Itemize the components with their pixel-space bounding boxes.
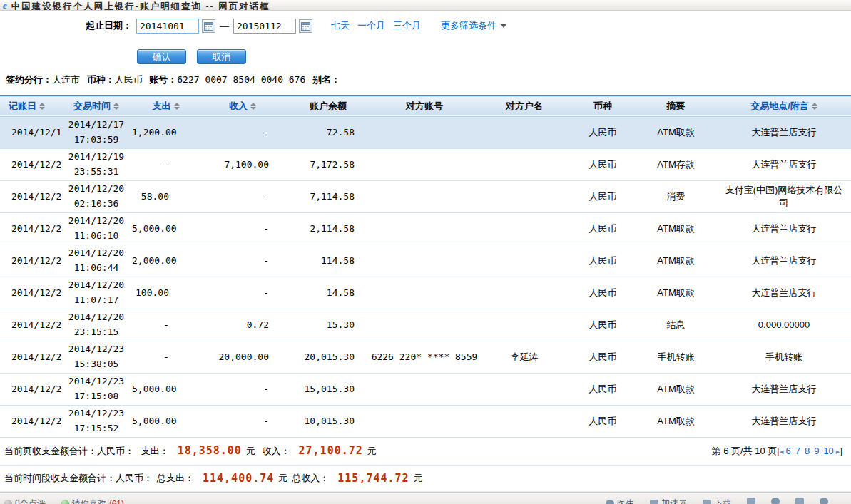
accelerator-item[interactable]: 加速器 — [650, 498, 687, 504]
branch-label: 签约分行： — [6, 74, 52, 85]
cell-currency: 人民币 — [571, 180, 635, 212]
col-header-trans-time[interactable]: 交易时间 — [61, 96, 132, 116]
page-expense-label: 支出： — [141, 446, 169, 456]
bracket-close: ] — [840, 446, 842, 456]
cell-trans-time: 2014/12/2002:10:36 — [61, 180, 132, 212]
cell-counterparty-name — [478, 405, 571, 437]
cell-counterparty-name — [478, 116, 571, 148]
panel-button[interactable] — [747, 498, 755, 504]
account-no-value: 6227 0007 8504 0040 676 — [177, 74, 305, 85]
prev-page-icon[interactable]: ◂ — [780, 447, 784, 456]
cell-counterparty-name — [478, 309, 571, 341]
globe-button[interactable] — [771, 498, 780, 504]
cell-income: - — [200, 277, 285, 309]
cell-counterparty-account — [371, 116, 478, 148]
cell-expense: 2,000.00 — [132, 245, 200, 277]
start-date-calendar-button[interactable] — [202, 19, 215, 33]
table-row: 2014/12/20 2014/12/2011:06:44 2,000.00 -… — [0, 245, 851, 277]
cell-summary: 手机转账 — [635, 341, 717, 373]
cell-expense: - — [132, 148, 200, 180]
account-info: 签约分行：大连市 币种：人民币 账号：6227 0007 8504 0040 6… — [6, 73, 851, 86]
col-header-expense[interactable]: 支出 — [132, 96, 200, 116]
recommend-item[interactable]: 猜你喜欢 (61) — [61, 498, 124, 504]
download-item[interactable]: 下载 — [703, 498, 731, 504]
cell-post-date: 2014/12/20 — [0, 180, 61, 212]
page-summary-row: 当前页收支金额合计：人民币： 支出：18,358.00元 收入：27,100.7… — [0, 438, 851, 466]
col-header-income[interactable]: 收入 — [200, 96, 285, 116]
page-income-label: 收入： — [263, 446, 290, 456]
cell-summary: ATM取款 — [635, 212, 717, 245]
screenshot-icon — [795, 498, 804, 504]
end-date-input[interactable] — [233, 19, 296, 34]
page-link-10[interactable]: 10 — [823, 446, 833, 456]
reviews-item[interactable]: 0个点评 — [4, 498, 46, 504]
cell-balance: 15,015.30 — [285, 373, 371, 405]
page-link-8[interactable]: 8 — [805, 446, 810, 456]
cell-location: 手机转账 — [717, 341, 851, 373]
cell-balance: 7,172.58 — [285, 148, 371, 180]
table-row: 2014/12/23 2014/12/2315:38:05 - 20,000.0… — [0, 341, 851, 373]
more-filters-link[interactable]: 更多筛选条件 — [441, 19, 506, 32]
cell-post-date: 2014/12/20 — [0, 148, 61, 180]
sort-arrows-icon[interactable] — [113, 103, 119, 110]
col-header-location[interactable]: 交易地点/附言 — [717, 96, 851, 116]
recommend-label: 猜你喜欢 — [72, 498, 106, 504]
cancel-button[interactable]: 取消 — [197, 49, 246, 64]
cell-summary: 消费 — [635, 180, 717, 212]
quick-range-1month-link[interactable]: 一个月 — [357, 19, 385, 32]
quick-range-7days-link[interactable]: 七天 — [331, 19, 350, 32]
cell-counterparty-account — [371, 277, 478, 309]
cell-post-date: 2014/12/20 — [0, 245, 61, 277]
doctor-item[interactable]: 医生 — [606, 498, 634, 504]
page-link-9[interactable]: 9 — [814, 446, 819, 456]
col-header-label: 交易时间 — [73, 101, 111, 111]
cell-trans-time: 2014/12/2023:15:15 — [61, 309, 132, 341]
page-link-6[interactable]: 6 — [785, 446, 790, 456]
cell-counterparty-name — [478, 180, 571, 212]
more-filters-label: 更多筛选条件 — [441, 19, 496, 32]
col-header-label: 交易地点/附言 — [750, 101, 809, 111]
cell-counterparty-name — [478, 212, 571, 245]
cell-counterparty-account — [371, 405, 478, 437]
screenshot-button[interactable] — [795, 498, 804, 504]
browser-bottom-toolbar: 0个点评 猜你喜欢 (61) 医生 加速器 下载 — [0, 492, 851, 504]
col-header-post-date[interactable]: 记账日 — [0, 96, 61, 116]
trans-date: 2014/12/20 — [61, 310, 132, 325]
cell-location: 大连普兰店支行 — [717, 245, 851, 277]
sort-arrows-icon[interactable] — [174, 103, 180, 110]
end-date-calendar-button[interactable] — [299, 19, 312, 33]
cell-balance: 2,114.58 — [285, 212, 371, 245]
page-link-7[interactable]: 7 — [795, 446, 800, 456]
cell-trans-time: 2014/12/2011:06:10 — [61, 212, 132, 245]
account-no-label: 账号： — [149, 74, 177, 85]
cell-summary: ATM取款 — [635, 116, 717, 148]
trans-clock: 02:10:36 — [61, 197, 132, 212]
col-header-label: 摘要 — [667, 101, 686, 111]
cell-trans-time: 2014/12/2011:07:17 — [61, 277, 132, 309]
sort-arrows-icon[interactable] — [250, 103, 256, 110]
cell-post-date: 2014/12/20 — [0, 277, 61, 309]
cell-balance: 15.30 — [285, 309, 371, 341]
cell-location: 大连普兰店支行 — [717, 405, 851, 437]
cell-expense: - — [132, 341, 200, 373]
pagination: 第 6 页/共 10 页[◂678910▸] — [712, 445, 842, 458]
confirm-button[interactable]: 确认 — [137, 49, 186, 64]
col-header-label: 对方户名 — [506, 101, 543, 111]
alias-label: 别名： — [312, 74, 340, 85]
cell-expense: 58.00 — [132, 180, 200, 212]
trans-date: 2014/12/23 — [61, 342, 132, 357]
speaker-button[interactable] — [820, 498, 828, 504]
trans-clock: 11:06:44 — [61, 261, 132, 276]
doctor-label: 医生 — [617, 498, 634, 504]
start-date-input[interactable] — [136, 19, 199, 34]
table-row: 2014/12/23 2014/12/2317:15:52 5,000.00 -… — [0, 405, 851, 437]
sort-arrows-icon[interactable] — [812, 103, 817, 110]
cell-summary: ATM取款 — [635, 405, 717, 437]
quick-range-3months-link[interactable]: 三个月 — [393, 19, 421, 32]
cell-currency: 人民币 — [571, 245, 635, 277]
trans-clock: 11:07:17 — [61, 293, 132, 308]
trans-clock: 17:03:59 — [61, 133, 132, 148]
period-income-label: 总收入： — [292, 472, 329, 485]
sort-arrows-icon[interactable] — [39, 103, 45, 110]
table-row: 2014/12/20 2014/12/1923:55:31 - 7,100.00… — [0, 148, 851, 180]
